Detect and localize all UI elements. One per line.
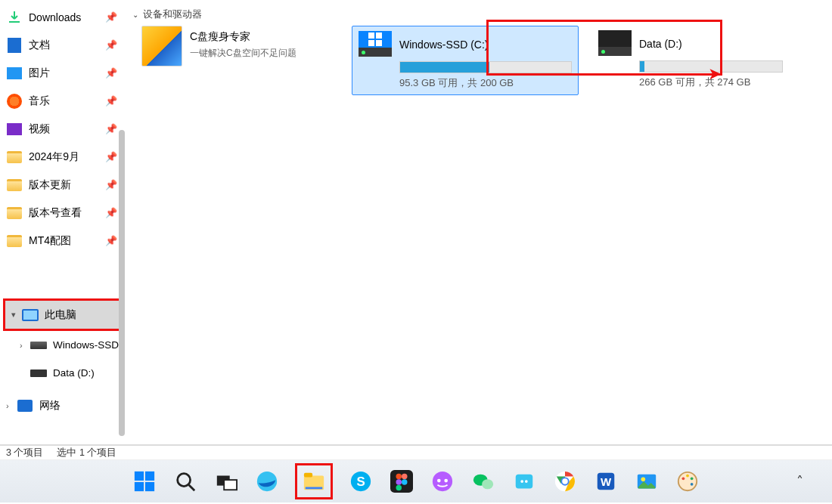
highlight-this-pc: ▾ 此电脑 [3, 298, 122, 331]
svg-point-24 [482, 479, 493, 489]
pin-icon: 📌 [105, 123, 117, 135]
taskbar-search[interactable] [172, 468, 198, 494]
label: MT4配图 [29, 234, 71, 248]
section-title: 设备和驱动器 [143, 8, 202, 21]
sidebar-item-documents[interactable]: 文档 📌 [0, 31, 125, 59]
sidebar-item-pictures[interactable]: 图片 📌 [0, 59, 125, 87]
tool-c-disk-slimmer[interactable]: C盘瘦身专家 一键解决C盘空间不足问题 [141, 26, 338, 95]
svg-point-30 [562, 478, 568, 484]
taskbar-skype[interactable]: S [348, 468, 374, 494]
svg-text:S: S [356, 475, 365, 489]
folder-icon [6, 233, 23, 249]
drive-name: Windows-SSD (C:) [399, 37, 488, 51]
sidebar-item-network[interactable]: › 网络 [0, 391, 125, 419]
taskbar-word[interactable]: W [593, 468, 619, 494]
label: 文档 [29, 39, 50, 52]
svg-rect-3 [145, 482, 154, 491]
taskbar-start[interactable] [132, 468, 157, 494]
svg-rect-7 [224, 480, 237, 490]
svg-point-27 [525, 480, 528, 483]
sidebar-item-drive-d[interactable]: Data (D:) [0, 359, 125, 387]
taskbar-app-fox[interactable] [511, 468, 537, 494]
video-icon [6, 121, 23, 138]
download-icon [6, 9, 23, 26]
label: Data (D:) [53, 367, 95, 379]
svg-point-34 [641, 477, 646, 481]
taskbar-wechat[interactable] [470, 468, 496, 494]
folder-icon [6, 205, 23, 221]
drive-c[interactable]: Windows-SSD (C:) 95.3 GB 可用，共 200 GB [352, 26, 579, 95]
svg-rect-1 [145, 472, 154, 481]
drive-usage-bar [399, 61, 572, 73]
folder-icon [6, 149, 23, 165]
pin-icon: 📌 [105, 207, 117, 218]
taskbar-edge[interactable] [254, 468, 280, 494]
status-bar: 3 个项目 选中 1 个项目 [0, 444, 832, 459]
taskbar-file-explorer[interactable] [301, 468, 327, 494]
sidebar-item-folder-2024-09[interactable]: 2024年9月 📌 [0, 143, 125, 171]
label: 视频 [29, 122, 50, 136]
section-header[interactable]: ⌄ 设备和驱动器 [125, 0, 832, 26]
svg-line-5 [189, 485, 195, 491]
pin-icon: 📌 [105, 235, 117, 246]
svg-rect-14 [390, 470, 413, 493]
pin-icon: 📌 [105, 39, 117, 51]
pin-icon: 📌 [105, 95, 117, 107]
tool-thumbnail-icon [141, 26, 182, 66]
music-icon [6, 93, 23, 110]
taskbar-photos[interactable] [634, 468, 660, 494]
status-selection-count: 选中 1 个项目 [57, 447, 116, 459]
svg-rect-25 [516, 475, 533, 489]
svg-rect-10 [304, 473, 312, 478]
pin-icon: 📌 [105, 151, 117, 162]
label: 此电脑 [45, 308, 76, 322]
chevron-right-icon: › [6, 401, 17, 410]
svg-point-39 [691, 483, 694, 486]
taskbar-taskview[interactable] [213, 468, 239, 494]
sidebar-item-this-pc[interactable]: ▾ 此电脑 [5, 301, 120, 329]
status-item-count: 3 个项目 [6, 447, 43, 459]
label: 音乐 [29, 94, 50, 108]
sidebar-item-downloads[interactable]: Downloads 📌 [0, 3, 125, 31]
taskbar-figma[interactable] [389, 468, 414, 494]
svg-rect-2 [135, 482, 144, 491]
svg-point-36 [682, 477, 685, 480]
drive-name: Data (D:) [639, 36, 682, 50]
drive-d[interactable]: Data (D:) 266 GB 可用，共 274 GB [592, 26, 789, 95]
drive-capacity: 95.3 GB 可用，共 200 GB [399, 76, 572, 90]
taskbar-paint[interactable] [675, 468, 700, 494]
computer-icon [22, 307, 39, 323]
taskbar-chrome[interactable] [552, 468, 578, 494]
highlight-taskbar-explorer [295, 463, 333, 499]
sidebar-item-version-check[interactable]: 版本号查看 📌 [0, 199, 125, 227]
svg-point-38 [691, 477, 694, 480]
drive-c-icon [359, 31, 392, 57]
label: 版本号查看 [29, 206, 82, 220]
taskbar-discord[interactable] [430, 468, 455, 494]
taskbar: S W ˄ [0, 459, 832, 502]
sidebar-item-videos[interactable]: 视频 📌 [0, 115, 125, 143]
pin-icon: 📌 [105, 67, 117, 79]
drive-d-icon [598, 30, 632, 56]
pictures-icon [6, 65, 23, 82]
svg-point-15 [396, 474, 402, 480]
folder-icon [6, 177, 23, 193]
nav-sidebar: Downloads 📌 文档 📌 图片 📌 音乐 📌 视频 📌 2024年9月 … [0, 0, 125, 444]
drive-icon [30, 337, 47, 354]
svg-point-20 [433, 472, 452, 491]
sidebar-item-drive-c[interactable]: › Windows-SSD [0, 331, 125, 359]
content-pane: ⌄ 设备和驱动器 C盘瘦身专家 一键解决C盘空间不足问题 Windows-SSD… [125, 0, 832, 444]
svg-point-19 [396, 485, 402, 491]
label: 版本更新 [29, 178, 71, 192]
sidebar-item-music[interactable]: 音乐 📌 [0, 87, 125, 115]
chevron-down-icon: ⌄ [132, 11, 138, 19]
svg-point-17 [396, 479, 402, 485]
sidebar-item-version-update[interactable]: 版本更新 📌 [0, 171, 125, 199]
svg-point-26 [520, 480, 523, 483]
sidebar-item-mt4[interactable]: MT4配图 📌 [0, 227, 125, 255]
taskbar-show-hidden-icons[interactable]: ˄ [796, 473, 803, 490]
chevron-down-icon: ▾ [11, 310, 22, 320]
svg-point-22 [444, 479, 448, 483]
chevron-right-icon: › [20, 341, 30, 350]
sidebar-scrollbar[interactable] [119, 130, 125, 436]
